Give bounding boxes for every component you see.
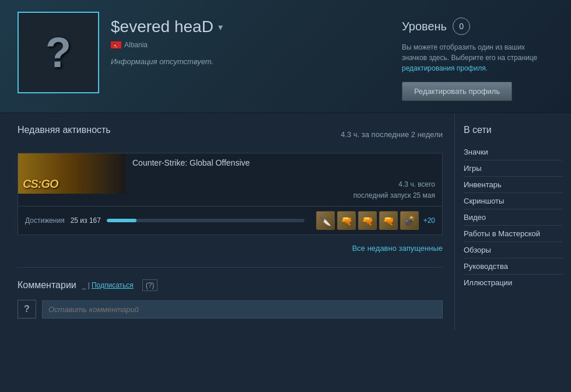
sidebar-link-inventory[interactable]: Инвентарь: [464, 177, 562, 193]
profile-country: 🦅 Albania: [111, 41, 390, 49]
sidebar-online-title: В сети: [464, 125, 562, 135]
achievement-icon-1[interactable]: 🔪: [316, 211, 335, 230]
subscribe-prefix: _ |: [82, 281, 90, 289]
achievement-icon-3[interactable]: 🔫: [358, 211, 377, 230]
game-info: Counter-Strike: Global Offensive 4.3 ч. …: [125, 153, 442, 206]
sidebar-link-screenshots[interactable]: Скриншоты: [464, 193, 562, 209]
sidebar-link-games[interactable]: Игры: [464, 160, 562, 177]
achievements-row: Достижения 25 из 167 🔪 🔫 🔫 🔫 💣 +20: [18, 206, 442, 235]
sidebar-link-guides[interactable]: Руководства: [464, 258, 562, 275]
profile-info: $evered heaD ▾ 🦅 Albania Информация отсу…: [111, 12, 390, 66]
main-content: Недавняя активность 4.3 ч. за последние …: [0, 113, 571, 330]
edit-profile-link-inline[interactable]: редактирования профиля: [402, 64, 486, 72]
right-sidebar: В сети Значки Игры Инвентарь Скриншоты В…: [454, 113, 571, 330]
comments-header: Комментарии _ | Подписаться (?): [17, 279, 443, 291]
comment-avatar-placeholder: ?: [24, 304, 30, 314]
achievements-bar: [107, 219, 304, 222]
level-description: Вы можете отобразить один из ваших значк…: [402, 42, 542, 74]
csgo-label: CS:GO: [23, 177, 58, 191]
all-recent-link: Все недавно запущенные: [17, 244, 443, 253]
game-stats: 4.3 ч. всего последний запуск 25 мая: [132, 179, 435, 201]
avatar: ?: [17, 12, 99, 93]
level-badge: 0: [453, 18, 470, 35]
game-name[interactable]: Counter-Strike: Global Offensive: [132, 158, 435, 167]
achievement-icon-5[interactable]: 💣: [400, 211, 419, 230]
level-section: Уровень 0 Вы можете отобразить один из в…: [402, 12, 554, 101]
game-last-played: последний запуск 25 мая: [132, 190, 435, 201]
game-total-hours: 4.3 ч. всего: [132, 179, 435, 190]
achievement-icon-4[interactable]: 🔫: [379, 211, 398, 230]
username-text: $evered heaD: [111, 18, 213, 36]
edit-profile-button[interactable]: Редактировать профиль: [402, 82, 512, 101]
sidebar-link-workshop[interactable]: Работы в Мастерской: [464, 226, 562, 242]
country-flag-icon: 🦅: [111, 41, 121, 48]
activity-title: Недавняя активность: [17, 125, 111, 135]
subscribe-link[interactable]: Подписаться: [92, 281, 134, 289]
achievements-label: Достижения: [25, 216, 65, 225]
center-column: Недавняя активность 4.3 ч. за последние …: [0, 113, 454, 330]
comment-input-row: ?: [17, 300, 443, 318]
comment-avatar: ?: [17, 300, 36, 318]
comment-help-icon[interactable]: (?): [142, 279, 158, 291]
comments-title: Комментарии: [17, 280, 76, 290]
sidebar-link-reviews[interactable]: Обзоры: [464, 242, 562, 258]
achievement-icons: 🔪 🔫 🔫 🔫 💣 +20: [316, 211, 435, 230]
activity-header: Недавняя активность 4.3 ч. за последние …: [17, 125, 443, 144]
comments-section: Комментарии _ | Подписаться (?) ?: [17, 267, 443, 318]
game-card: CS:GO Counter-Strike: Global Offensive 4…: [17, 153, 443, 235]
achievement-more: +20: [423, 216, 435, 225]
subscribe-container: _ | Подписаться: [82, 281, 134, 289]
achievements-bar-fill: [107, 219, 136, 222]
game-thumbnail[interactable]: CS:GO: [18, 153, 125, 194]
username-dropdown-icon[interactable]: ▾: [218, 22, 223, 33]
level-value: 0: [459, 22, 464, 31]
svg-text:🦅: 🦅: [113, 42, 119, 48]
sidebar-link-video[interactable]: Видео: [464, 209, 562, 226]
profile-bio: Информация отсутствует.: [111, 57, 390, 66]
profile-name: $evered heaD ▾: [111, 18, 390, 36]
achievement-icon-2[interactable]: 🔫: [337, 211, 356, 230]
country-name: Albania: [124, 41, 148, 49]
achievements-count: 25 из 167: [71, 216, 101, 225]
comment-input[interactable]: [42, 300, 443, 318]
level-label: Уровень: [402, 20, 447, 33]
sidebar-link-badges[interactable]: Значки: [464, 144, 562, 160]
game-card-header: CS:GO Counter-Strike: Global Offensive 4…: [18, 153, 442, 206]
profile-header: ? $evered heaD ▾ 🦅 Albania Информация от…: [0, 0, 571, 113]
activity-hours: 4.3 ч. за последние 2 недели: [341, 130, 443, 139]
level-title: Уровень 0: [402, 18, 470, 35]
all-recent-anchor[interactable]: Все недавно запущенные: [352, 244, 443, 253]
sidebar-link-illustrations[interactable]: Иллюстрации: [464, 275, 562, 290]
avatar-placeholder: ?: [45, 32, 71, 74]
